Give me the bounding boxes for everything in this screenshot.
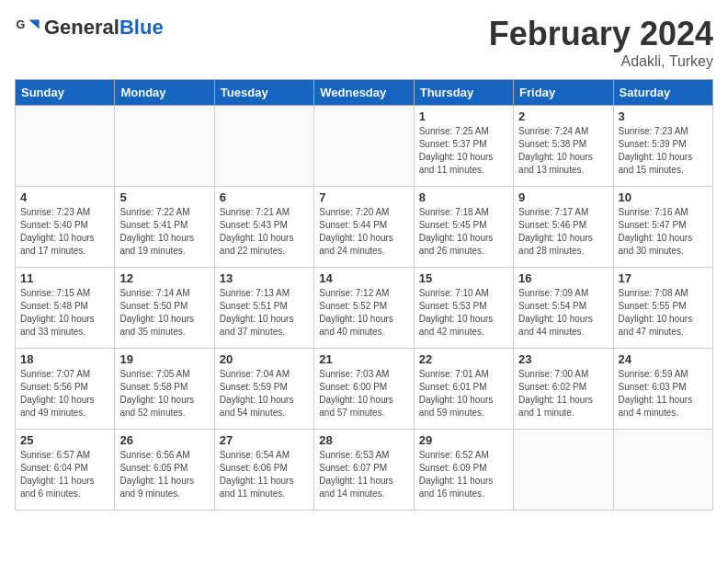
- day-number: 6: [220, 190, 309, 204]
- calendar-day-cell: [314, 106, 414, 187]
- day-number: 20: [220, 352, 309, 366]
- day-info: Sunrise: 7:23 AM Sunset: 5:39 PM Dayligh…: [619, 125, 708, 177]
- day-number: 12: [119, 271, 209, 285]
- day-info: Sunrise: 7:22 AM Sunset: 5:41 PM Dayligh…: [119, 206, 209, 258]
- month-title: February 2024: [489, 15, 713, 53]
- weekday-header-cell: Friday: [514, 80, 613, 106]
- calendar-day-cell: 3Sunrise: 7:23 AM Sunset: 5:39 PM Daylig…: [613, 106, 712, 187]
- svg-marker-1: [28, 20, 39, 29]
- calendar-day-cell: 9Sunrise: 7:17 AM Sunset: 5:46 PM Daylig…: [514, 187, 613, 268]
- day-info: Sunrise: 7:25 AM Sunset: 5:37 PM Dayligh…: [419, 125, 508, 177]
- day-info: Sunrise: 6:59 AM Sunset: 6:03 PM Dayligh…: [619, 368, 708, 419]
- day-number: 2: [518, 109, 608, 123]
- header: G GeneralBlue February 2024 Adakli, Turk…: [15, 15, 713, 70]
- logo-general-text: General: [44, 16, 119, 39]
- calendar-day-cell: 28Sunrise: 6:53 AM Sunset: 6:07 PM Dayli…: [314, 430, 414, 511]
- day-number: 27: [220, 433, 309, 447]
- calendar-day-cell: 19Sunrise: 7:05 AM Sunset: 5:58 PM Dayli…: [115, 349, 214, 430]
- location-title: Adakli, Turkey: [489, 53, 713, 70]
- day-info: Sunrise: 7:15 AM Sunset: 5:48 PM Dayligh…: [20, 287, 109, 339]
- svg-text:G: G: [16, 18, 25, 31]
- logo-blue-text: Blue: [119, 16, 164, 39]
- day-info: Sunrise: 7:13 AM Sunset: 5:51 PM Dayligh…: [220, 287, 309, 339]
- calendar-day-cell: 18Sunrise: 7:07 AM Sunset: 5:56 PM Dayli…: [16, 349, 115, 430]
- calendar-week-row: 1Sunrise: 7:25 AM Sunset: 5:37 PM Daylig…: [16, 106, 713, 187]
- day-info: Sunrise: 7:21 AM Sunset: 5:43 PM Dayligh…: [220, 206, 309, 258]
- weekday-header-cell: Monday: [115, 80, 214, 106]
- calendar-day-cell: [16, 106, 115, 187]
- day-info: Sunrise: 6:56 AM Sunset: 6:05 PM Dayligh…: [119, 449, 209, 500]
- day-number: 29: [419, 433, 508, 447]
- day-number: 3: [619, 109, 708, 123]
- day-info: Sunrise: 7:00 AM Sunset: 6:02 PM Dayligh…: [518, 368, 608, 419]
- calendar-week-row: 4Sunrise: 7:23 AM Sunset: 5:40 PM Daylig…: [16, 187, 713, 268]
- day-info: Sunrise: 7:05 AM Sunset: 5:58 PM Dayligh…: [119, 368, 209, 419]
- day-info: Sunrise: 7:14 AM Sunset: 5:50 PM Dayligh…: [119, 287, 209, 339]
- calendar-day-cell: 15Sunrise: 7:10 AM Sunset: 5:53 PM Dayli…: [414, 268, 513, 349]
- day-info: Sunrise: 7:20 AM Sunset: 5:44 PM Dayligh…: [319, 206, 408, 258]
- day-info: Sunrise: 7:16 AM Sunset: 5:47 PM Dayligh…: [619, 206, 708, 258]
- logo: G GeneralBlue: [15, 15, 164, 40]
- weekday-header-cell: Tuesday: [214, 80, 313, 106]
- day-info: Sunrise: 6:57 AM Sunset: 6:04 PM Dayligh…: [20, 449, 109, 500]
- calendar-day-cell: [613, 430, 712, 511]
- calendar-week-row: 25Sunrise: 6:57 AM Sunset: 6:04 PM Dayli…: [16, 430, 713, 511]
- title-area: February 2024 Adakli, Turkey: [489, 15, 713, 70]
- day-info: Sunrise: 7:08 AM Sunset: 5:55 PM Dayligh…: [619, 287, 708, 339]
- calendar-day-cell: 16Sunrise: 7:09 AM Sunset: 5:54 PM Dayli…: [514, 268, 613, 349]
- day-info: Sunrise: 6:53 AM Sunset: 6:07 PM Dayligh…: [319, 449, 408, 500]
- day-number: 11: [20, 271, 109, 285]
- calendar-day-cell: [214, 106, 313, 187]
- day-number: 24: [619, 352, 708, 366]
- calendar-day-cell: 11Sunrise: 7:15 AM Sunset: 5:48 PM Dayli…: [16, 268, 115, 349]
- calendar-day-cell: 17Sunrise: 7:08 AM Sunset: 5:55 PM Dayli…: [613, 268, 712, 349]
- calendar-day-cell: 13Sunrise: 7:13 AM Sunset: 5:51 PM Dayli…: [214, 268, 313, 349]
- day-number: 21: [319, 352, 408, 366]
- weekday-header-cell: Wednesday: [314, 80, 414, 106]
- day-number: 14: [319, 271, 408, 285]
- calendar-day-cell: 4Sunrise: 7:23 AM Sunset: 5:40 PM Daylig…: [16, 187, 115, 268]
- day-info: Sunrise: 7:18 AM Sunset: 5:45 PM Dayligh…: [419, 206, 508, 258]
- calendar-day-cell: 14Sunrise: 7:12 AM Sunset: 5:52 PM Dayli…: [314, 268, 414, 349]
- calendar-day-cell: 1Sunrise: 7:25 AM Sunset: 5:37 PM Daylig…: [414, 106, 513, 187]
- calendar-day-cell: 21Sunrise: 7:03 AM Sunset: 6:00 PM Dayli…: [314, 349, 414, 430]
- calendar-day-cell: 2Sunrise: 7:24 AM Sunset: 5:38 PM Daylig…: [514, 106, 613, 187]
- day-number: 19: [119, 352, 209, 366]
- day-number: 16: [518, 271, 608, 285]
- day-info: Sunrise: 7:23 AM Sunset: 5:40 PM Dayligh…: [20, 206, 109, 258]
- day-info: Sunrise: 6:54 AM Sunset: 6:06 PM Dayligh…: [220, 449, 309, 500]
- calendar-day-cell: 24Sunrise: 6:59 AM Sunset: 6:03 PM Dayli…: [613, 349, 712, 430]
- day-info: Sunrise: 7:24 AM Sunset: 5:38 PM Dayligh…: [518, 125, 608, 177]
- weekday-header-cell: Thursday: [414, 80, 513, 106]
- day-number: 23: [518, 352, 608, 366]
- calendar-day-cell: [115, 106, 214, 187]
- day-info: Sunrise: 7:09 AM Sunset: 5:54 PM Dayligh…: [518, 287, 608, 339]
- calendar-day-cell: [514, 430, 613, 511]
- weekday-header-cell: Saturday: [613, 80, 712, 106]
- calendar-day-cell: 20Sunrise: 7:04 AM Sunset: 5:59 PM Dayli…: [214, 349, 313, 430]
- calendar-day-cell: 23Sunrise: 7:00 AM Sunset: 6:02 PM Dayli…: [514, 349, 613, 430]
- calendar-day-cell: 5Sunrise: 7:22 AM Sunset: 5:41 PM Daylig…: [115, 187, 214, 268]
- calendar-week-row: 18Sunrise: 7:07 AM Sunset: 5:56 PM Dayli…: [16, 349, 713, 430]
- day-number: 5: [119, 190, 209, 204]
- calendar-day-cell: 6Sunrise: 7:21 AM Sunset: 5:43 PM Daylig…: [214, 187, 313, 268]
- day-number: 1: [419, 109, 508, 123]
- calendar-day-cell: 8Sunrise: 7:18 AM Sunset: 5:45 PM Daylig…: [414, 187, 513, 268]
- calendar-day-cell: 7Sunrise: 7:20 AM Sunset: 5:44 PM Daylig…: [314, 187, 414, 268]
- day-number: 4: [20, 190, 109, 204]
- calendar-day-cell: 12Sunrise: 7:14 AM Sunset: 5:50 PM Dayli…: [115, 268, 214, 349]
- day-number: 9: [518, 190, 608, 204]
- day-number: 28: [319, 433, 408, 447]
- day-number: 10: [619, 190, 708, 204]
- day-info: Sunrise: 7:04 AM Sunset: 5:59 PM Dayligh…: [220, 368, 309, 419]
- day-info: Sunrise: 7:12 AM Sunset: 5:52 PM Dayligh…: [319, 287, 408, 339]
- calendar-day-cell: 29Sunrise: 6:52 AM Sunset: 6:09 PM Dayli…: [414, 430, 513, 511]
- day-number: 17: [619, 271, 708, 285]
- calendar-table: SundayMondayTuesdayWednesdayThursdayFrid…: [15, 79, 713, 511]
- day-number: 13: [220, 271, 309, 285]
- day-info: Sunrise: 7:07 AM Sunset: 5:56 PM Dayligh…: [20, 368, 109, 419]
- calendar-day-cell: 27Sunrise: 6:54 AM Sunset: 6:06 PM Dayli…: [214, 430, 313, 511]
- day-number: 15: [419, 271, 508, 285]
- day-number: 26: [119, 433, 209, 447]
- calendar-body: 1Sunrise: 7:25 AM Sunset: 5:37 PM Daylig…: [16, 106, 713, 511]
